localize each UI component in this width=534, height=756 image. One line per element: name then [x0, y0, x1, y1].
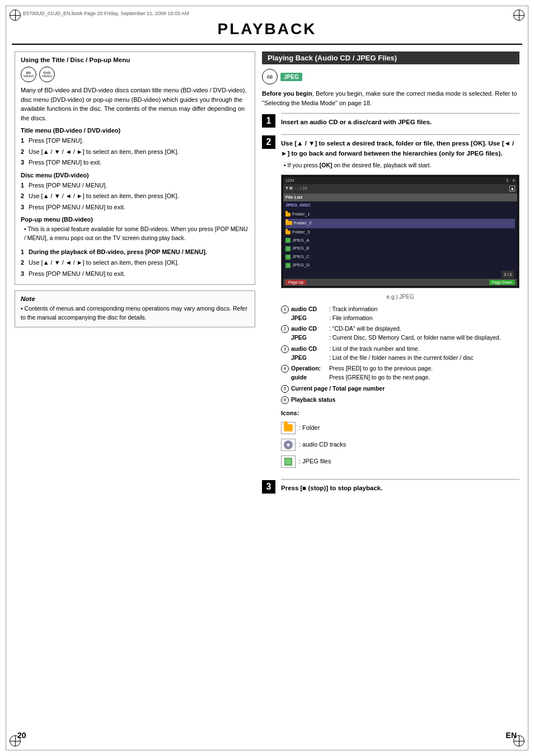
jpeg-icon: J: [285, 255, 291, 260]
bd-disc-icon: BD VIDEO: [21, 67, 36, 82]
step-3-number: 3: [262, 480, 275, 494]
disc-menu-heading: Disc menu (DVD-video): [21, 172, 249, 179]
right-section-title: Playing Back (Audio CD / JPEG Files): [262, 51, 519, 64]
screen-display: 1 2 3 4 5 6 T R - - / 20: [283, 177, 517, 286]
step-2-block: 2 Use [▲ / ▼] to select a desired track,…: [262, 134, 519, 472]
page-language: EN: [506, 731, 517, 740]
screen-file-row: J JPEG_A: [285, 237, 515, 245]
folder-icon: [285, 231, 291, 234]
screen-top-bar: T R - - / 20 ■: [283, 184, 517, 194]
svg-rect-1: [285, 219, 288, 222]
title-menu-steps: 1Press [TOP MENU]. 2Use [▲ / ▼ / ◄ / ►] …: [21, 136, 249, 167]
folder-icon: [285, 219, 292, 228]
annotation-4: 4 Operation: Press [RED] to go to the pr…: [281, 364, 519, 382]
page-number: 20: [17, 731, 26, 740]
screen-disc-label: JPEG_DISC: [283, 201, 517, 210]
page-down-button[interactable]: Page Down: [489, 280, 515, 285]
folder-icon-img: [284, 424, 293, 431]
jpeg-icon-img: [284, 458, 292, 466]
step-1-number: 1: [262, 114, 275, 128]
list-item: 3Press [TOP MENU] to exit.: [21, 158, 249, 167]
jpeg-label: : JPEG files: [299, 457, 331, 467]
title-disc-popup-section: Using the Title / Disc / Pop-up Menu BD …: [15, 51, 255, 285]
list-item: 1Press [TOP MENU].: [21, 136, 249, 145]
screen-bottom-bar: Page Up Page Down: [283, 279, 517, 286]
step-3-block: 3 Press [■ (stop)] to stop playback.: [262, 479, 519, 494]
screen-file-row: Folder_1: [285, 210, 515, 219]
note-title: Note: [21, 295, 249, 302]
list-item: 1During the playback of BD-video, press …: [21, 247, 249, 257]
before-you-begin-text: Before you begin, Before you begin, make…: [262, 89, 519, 107]
list-item: 2Use [▲ / ▼ / ◄ / ►] to select an item, …: [21, 147, 249, 157]
disc-icons-row: BD VIDEO DVD VIDEO: [21, 67, 249, 82]
annotation-1: 1 audio CD : Track information JPEG : Fi…: [281, 305, 519, 323]
screen-file-row: J JPEG_C: [285, 253, 515, 261]
screen-file-row: J JPEG_D: [285, 261, 515, 270]
jpeg-badge: JPEG: [280, 73, 302, 81]
list-item: 2Use [▲ / ▼ / ◄ / ►] to select an item, …: [21, 258, 249, 267]
file-info: E5700UD_01UD_EN.book Page 20 Friday, Sep…: [23, 11, 189, 16]
step-3-content: Press [■ (stop)] to stop playback.: [281, 479, 519, 493]
popup-menu-heading: Pop-up menu (BD-video): [21, 216, 249, 223]
jpeg-icon: J: [285, 246, 291, 251]
right-column: Playing Back (Audio CD / JPEG Files) CD …: [262, 51, 519, 500]
annotation-5: 5 Current page / Total page number: [281, 384, 519, 393]
step-2-number: 2: [262, 135, 275, 149]
audio-icon-box: [281, 439, 296, 451]
page-footer: 20 EN: [17, 731, 517, 740]
screen-file-rows: Folder_1 Folder_2: [283, 210, 517, 270]
step-1-block: 1 Insert an audio CD or a disc/card with…: [262, 113, 519, 128]
icon-item-jpeg: : JPEG files: [281, 456, 519, 468]
screen-filelist-bar: File List: [283, 194, 517, 202]
annotation-3: 3 audio CD : List of the track number an…: [281, 345, 519, 363]
icons-title: Icons:: [281, 408, 519, 419]
eg-label: e.g.) JPEG: [281, 293, 519, 302]
dvd-disc-icon: DVD VIDEO: [39, 67, 55, 82]
icons-section: Icons: : Folder : audio CD tracks: [281, 408, 519, 468]
left-column: Using the Title / Disc / Pop-up Menu BD …: [15, 51, 255, 500]
title-menu-heading: Title menu (BD-video / DVD-video): [21, 127, 249, 134]
screen-file-row: J JPEG_B: [285, 245, 515, 253]
icon-item-folder: : Folder: [281, 422, 519, 434]
note-box: Note • Contents of menus and correspondi…: [15, 290, 255, 327]
screen-play-indicator: ■: [509, 186, 515, 191]
corner-mark-tl: [10, 10, 21, 21]
icon-item-audio: : audio CD tracks: [281, 439, 519, 451]
list-item: 3Press [POP MENU / MENU] to exit.: [21, 269, 249, 279]
list-item: 1Press [POP MENU / MENU].: [21, 181, 249, 190]
screen-file-row: Folder_3: [285, 228, 515, 237]
audio-label: : audio CD tracks: [299, 440, 346, 450]
intro-text: Many of BD-video and DVD-video discs con…: [21, 86, 249, 123]
jpeg-icon: J: [285, 238, 291, 243]
step-2-content: Use [▲ / ▼] to select a desired track, f…: [281, 134, 519, 472]
section-title-left: Using the Title / Disc / Pop-up Menu: [21, 57, 249, 63]
jpeg-icon-box: [281, 456, 296, 468]
annotation-6: 6 Playback status: [281, 396, 519, 405]
list-item: 3Press [POP MENU / MENU] to exit.: [21, 203, 249, 212]
cd-disc-icon: CD: [262, 69, 278, 84]
screen-simulation: 1 2 3 4 5 6 T R - - / 20: [281, 175, 519, 288]
jpeg-icon: J: [285, 263, 291, 268]
page-up-button[interactable]: Page Up: [285, 280, 306, 285]
step-2-sub-note: • If you press [OK] on the desired file,…: [284, 161, 519, 170]
list-item: 2Use [▲ / ▼ / ◄ / ►] to select an item, …: [21, 191, 249, 201]
disc-menu-steps: 1Press [POP MENU / MENU]. 2Use [▲ / ▼ / …: [21, 181, 249, 212]
cd-jpeg-icons-row: CD JPEG: [262, 69, 519, 84]
annotation-2: 2 audio CD : "CD-DA" will be displayed. …: [281, 325, 519, 342]
svg-rect-0: [285, 221, 292, 225]
screen-num-labels: 1 2 3 4 5 6: [283, 177, 517, 184]
page-title: PLAYBACK: [12, 12, 522, 45]
step-1-content: Insert an audio CD or a disc/card with J…: [281, 113, 519, 127]
audio-cd-icon-img: [284, 440, 293, 449]
popup-menu-steps: 1During the playback of BD-video, press …: [21, 247, 249, 279]
screen-page-num: 2 / 3: [502, 271, 514, 278]
folder-icon: [285, 213, 291, 217]
corner-mark-tr: [513, 10, 524, 21]
jpeg-icon-inner: [285, 459, 291, 464]
note-text: • Contents of menus and corresponding me…: [21, 304, 249, 322]
screen-file-row-selected: Folder_2: [285, 219, 515, 228]
popup-note: • This is a special feature available fo…: [24, 225, 249, 243]
folder-label: : Folder: [299, 423, 320, 433]
folder-icon-box: [281, 422, 296, 434]
